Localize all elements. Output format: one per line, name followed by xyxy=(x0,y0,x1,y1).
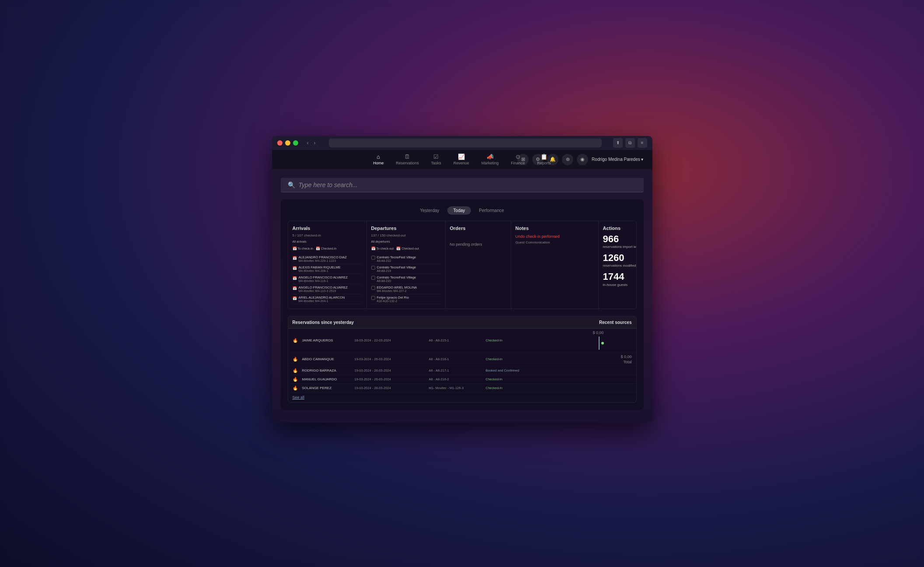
main-content: 🔍 Yesterday Today Performance Arrivals 5… xyxy=(272,169,652,423)
list-item[interactable]: 📅 ARIEL ALEJANDRO ALARCON M4-Movitec M4-… xyxy=(293,294,362,304)
nav-revenue[interactable]: 📈 Revenue xyxy=(447,151,475,168)
table-row[interactable]: 🔥 Abdo CAIMANQUE 19-03-2024 - 26-03-2024… xyxy=(288,353,636,366)
search-icon: 🔍 xyxy=(288,181,295,188)
list-item[interactable]: EDGARDO ARIEL MOLINA M4-Movitec M4-227-2 xyxy=(371,284,441,294)
home-icon: ⌂ xyxy=(377,153,380,160)
dashboard: Yesterday Today Performance Arrivals 5 /… xyxy=(281,199,644,410)
help-button[interactable]: ⊛ xyxy=(562,154,573,165)
action-desc-1: reservations import warnings xyxy=(603,245,637,249)
checkbox[interactable] xyxy=(371,276,375,280)
table-row[interactable]: 🔥 SOLANGE PEREZ 19-03-2024 - 28-03-2024 … xyxy=(288,384,636,393)
checked-out-badge: 📅 Checked-out xyxy=(396,247,419,250)
checkbox[interactable] xyxy=(371,296,375,300)
new-tab-button[interactable]: ⧉ xyxy=(625,138,635,148)
source-amount-2: $ 0,00 xyxy=(621,355,631,359)
person-name: ANGELO FRANCISCO ALVAREZ xyxy=(299,285,362,289)
orders-section: Orders No pending orders xyxy=(446,221,511,309)
tab-yesterday[interactable]: Yesterday xyxy=(414,206,445,215)
minimize-button[interactable] xyxy=(285,140,290,146)
list-item[interactable]: Felipe Ignacio Del Rio A10 A10-132-2 xyxy=(371,294,441,304)
list-item[interactable]: 📅 ANGELO FRANCISCO ALVAREZ M4-Movitec M4… xyxy=(293,284,362,294)
departures-all[interactable]: All departures xyxy=(371,240,390,243)
tab-today[interactable]: Today xyxy=(447,206,471,215)
nav-home[interactable]: ⌂ Home xyxy=(367,151,390,168)
checkbox[interactable] xyxy=(371,266,375,270)
user-label[interactable]: Rodrigo Medina Paredes ▾ xyxy=(592,157,643,162)
table-row[interactable]: 🔥 RODRIGO BARRAZA 19-03-2024 - 26-03-202… xyxy=(288,366,636,375)
depart-name: Contrato TecnoFast Village xyxy=(377,255,441,259)
res-dates: 19-03-2024 - 26-03-2024 xyxy=(355,369,429,372)
reservations-table: 🔥 JAIME ARQUEROS 18-03-2024 - 22-03-2024… xyxy=(288,329,636,393)
list-item[interactable]: 📅 ANGELO FRANCISCO ALVAREZ M4-Movitec M4… xyxy=(293,274,362,284)
calendar-icon: 📅 xyxy=(293,256,297,260)
arrivals-title: Arrivals xyxy=(293,226,362,231)
list-item[interactable]: Contrato TecnoFast Village A8 A8-220 xyxy=(371,274,441,284)
nav-reservations[interactable]: 🗓 Reservations xyxy=(390,151,425,168)
depart-room: A10 A10-132-2 xyxy=(377,299,441,303)
nav-marketing[interactable]: 📣 Marketing xyxy=(475,151,505,168)
notes-title: Notes xyxy=(516,226,594,231)
user-menu-button[interactable]: ◉ xyxy=(577,154,588,165)
res-footer: See all xyxy=(288,393,636,402)
nav-marketing-label: Marketing xyxy=(481,161,499,165)
action-number-3: 1744 xyxy=(603,271,637,282)
source-bar xyxy=(599,337,600,350)
nav-tasks[interactable]: ☑ Tasks xyxy=(425,151,447,168)
navbar: ⌂ Home 🗓 Reservations ☑ Tasks 📈 Revenue … xyxy=(272,150,652,169)
res-name: Abdo CAIMANQUE xyxy=(302,357,355,361)
search-input[interactable] xyxy=(299,181,637,188)
close-button[interactable] xyxy=(277,140,282,146)
list-item[interactable]: 📅 ALEJANDRO FRANCISCO DIAZ M4-Movitec M4… xyxy=(293,254,362,264)
depart-room: A8 A8-222 xyxy=(377,259,441,262)
settings-button[interactable]: ⚙ xyxy=(532,154,544,165)
address-bar[interactable] xyxy=(329,139,602,147)
calendar-icon: 📅 xyxy=(293,286,297,290)
list-item[interactable]: Contrato TecnoFast Village A8 A8-219 xyxy=(371,264,441,274)
arrivals-all[interactable]: All arrivals xyxy=(293,240,307,243)
sidebar-button[interactable]: ≡ xyxy=(638,138,647,148)
person-icon: 🔥 xyxy=(293,377,302,382)
checkbox[interactable] xyxy=(371,256,375,260)
action-desc-3: in-house guests xyxy=(603,283,637,287)
person-icon: 🔥 xyxy=(293,386,302,390)
reservations-since-title: Reservations since yesterday xyxy=(293,320,354,325)
see-all-link[interactable]: See all xyxy=(293,395,305,400)
dashboard-grid: Arrivals 5 / 107 checked-in All arrivals… xyxy=(288,221,637,309)
action-number-2: 1260 xyxy=(603,252,637,264)
list-item[interactable]: 📅 ALEXIS FABIAN RIQUELME M4-Movitec M4-2… xyxy=(293,264,362,274)
res-status: Checked-In xyxy=(486,377,551,381)
tab-performance[interactable]: Performance xyxy=(473,206,510,215)
table-row[interactable]: 🔥 JAIME ARQUEROS 18-03-2024 - 22-03-2024… xyxy=(288,329,636,353)
checkbox[interactable] xyxy=(371,286,375,290)
action-number-1: 966 xyxy=(603,233,637,245)
res-room: M1- Movitec - M1-128-3 xyxy=(429,386,486,390)
calendar-icon: 📅 xyxy=(293,266,297,270)
to-check-out-badge: 📅 To check-out xyxy=(371,247,394,250)
maximize-button[interactable] xyxy=(293,140,298,146)
recent-sources-header-title: Recent sources xyxy=(599,320,631,325)
depart-room: M4-Movitec M4-227-2 xyxy=(377,289,441,292)
grid-view-button[interactable]: ⊞ xyxy=(517,154,529,165)
res-room: A8 - A8-216-2 xyxy=(429,377,486,381)
departures-list: Contrato TecnoFast Village A8 A8-222 Con… xyxy=(371,254,441,304)
forward-arrow[interactable]: › xyxy=(312,139,317,147)
share-button[interactable]: ⬆ xyxy=(613,138,623,148)
back-arrow[interactable]: ‹ xyxy=(305,139,310,147)
person-icon: 🔥 xyxy=(293,368,302,373)
person-name: ALEXIS FABIAN RIQUELME xyxy=(299,265,362,269)
to-check-in-badge: 📅 To check-in xyxy=(293,247,313,250)
person-room: M4-Movitec M4-208-1 xyxy=(299,269,362,272)
depart-room: A8 A8-220 xyxy=(377,279,441,282)
res-status: Checked-In xyxy=(486,386,551,390)
reservations-section: Reservations since yesterday Recent sour… xyxy=(288,316,637,403)
table-row[interactable]: 🔥 MANUEL GUAJARDO 19-03-2024 - 26-03-202… xyxy=(288,375,636,384)
checked-in-badge: 📅 Checked-in xyxy=(316,247,336,250)
res-name: SOLANGE PEREZ xyxy=(302,386,355,390)
person-room: M4-Movitec M4-204-1 xyxy=(299,299,362,303)
notifications-button[interactable]: 🔔 xyxy=(547,154,558,165)
res-status: Booked and Confirmed xyxy=(486,369,551,372)
person-room: M4-Movitec M4-110-3 2519 xyxy=(299,289,362,292)
orders-title: Orders xyxy=(450,226,506,231)
list-item[interactable]: Contrato TecnoFast Village A8 A8-222 xyxy=(371,254,441,264)
nav-revenue-label: Revenue xyxy=(453,161,469,165)
